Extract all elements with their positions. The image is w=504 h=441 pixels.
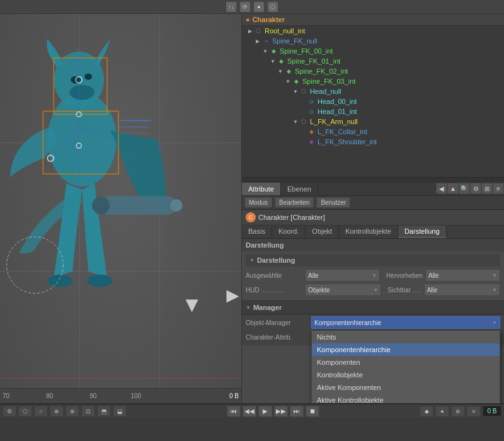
tree-item-head-null[interactable]: ▼ ⬡ Head_null — [242, 86, 504, 96]
skip-end-button[interactable]: ⏭ — [290, 406, 304, 417]
tree-label: Head_null — [310, 88, 341, 95]
viewport[interactable]: 70 80 90 100 0 B — [0, 14, 241, 403]
prev-frame-button[interactable]: ◀◀ — [243, 406, 256, 417]
sichtbar-select[interactable]: Alle ▼ — [424, 284, 500, 296]
benutzer-button[interactable]: Benutzer — [316, 197, 350, 208]
tree-arrow — [300, 98, 306, 105]
scene-tree[interactable]: ● Charakter ▶ ⬡ Root_null_int ▶ ꟷ Spine_… — [242, 14, 504, 178]
autokey-icon[interactable]: ⊛ — [451, 406, 465, 417]
search-icon[interactable]: 🔍 — [459, 183, 470, 194]
timeline: ⚙ ⬡ ○ ⊕ ⊗ ⊡ ⬒ ⬓ ⏮ ◀◀ ▶ ▶▶ ⏭ ⏹ ◆ ● ⊛ ≡ 0 … — [0, 403, 504, 441]
null-icon: ⬡ — [299, 117, 308, 126]
tree-item-spine-01[interactable]: ▼ ◆ Spine_FK_01_int — [242, 56, 504, 66]
modus-button[interactable]: Modus — [244, 197, 272, 208]
bearbeiten-button[interactable]: Bearbeiten — [275, 197, 314, 208]
scene-tree-header: ● Charakter — [242, 14, 504, 26]
dropdown-item-komponenten[interactable]: Komponenten — [312, 356, 500, 369]
tree-label: Head_01_int — [318, 108, 357, 115]
sub-tab-darstellung[interactable]: Darstellung — [398, 226, 447, 238]
dropdown-item-aktive-kontrollobjekte[interactable]: Aktive Kontrollobjekte — [312, 394, 500, 403]
rotate-icon[interactable]: ⟳ — [240, 2, 250, 12]
tree-label: Root_null_int — [265, 27, 305, 35]
main-area: 70 80 90 100 0 B ● Charakter ▶ ⬡ Root_nu… — [0, 14, 504, 403]
darstellung-title: Darstellung — [246, 241, 284, 249]
expand-icon[interactable]: ⊞ — [481, 183, 493, 194]
dropdown-item-nichts[interactable]: Nichts — [312, 331, 500, 343]
ruler-label-80: 80 — [46, 392, 53, 399]
move-icon[interactable]: ↑↓ — [226, 2, 236, 12]
darstellung-sub-title: Darstellung — [257, 256, 295, 264]
transport-icon-4[interactable]: ⊕ — [50, 406, 64, 417]
shoulder-icon: ◈ — [307, 137, 316, 146]
frame-value: 0 B — [229, 392, 239, 399]
transport-icon-2[interactable]: ⬡ — [18, 406, 32, 417]
form-row-ausgewahlte: Ausgewählte Alle ▼ Hervorheben Alle ▼ — [246, 269, 500, 282]
tree-hscroll[interactable] — [242, 178, 504, 183]
transport-icon-1[interactable]: ⚙ — [3, 406, 16, 417]
skip-start-button[interactable]: ⏮ — [227, 406, 241, 417]
hud-select[interactable]: Objekte ▼ — [305, 284, 381, 296]
transport-icon-8[interactable]: ⬓ — [113, 406, 127, 417]
manager-title: Manager — [253, 304, 282, 311]
tab-attribute[interactable]: Attribute — [242, 183, 281, 195]
arrow-up-icon[interactable]: ▲ — [447, 183, 459, 194]
attr-toolbar: Modus Bearbeiten Benutzer — [242, 196, 504, 210]
hervorheben-select[interactable]: Alle ▼ — [425, 269, 500, 282]
tree-item-head-00[interactable]: ◇ Head_00_int — [242, 96, 504, 106]
tab-ebenen[interactable]: Ebenen — [281, 183, 318, 195]
more-icon[interactable]: ≡ — [493, 183, 504, 194]
settings2-icon[interactable]: ≡ — [467, 406, 481, 417]
dropdown-item-kontrollobjekte[interactable]: Kontrollobjekte — [312, 369, 500, 381]
tree-item-spine-03[interactable]: ▼ ◆ Spine_FK_03_int — [242, 76, 504, 86]
dropdown-item-komponentenhierarchie[interactable]: Komponentenhierarchie — [312, 343, 500, 356]
tree-item-collar[interactable]: ◈ L_FK_Collar_int — [242, 127, 504, 137]
svg-point-3 — [84, 74, 92, 80]
tree-item-shoulder[interactable]: ◈ L_FK_Shoulder_int — [242, 137, 504, 147]
record-icon[interactable]: ● — [254, 2, 264, 12]
play-button[interactable]: ▶ — [258, 406, 272, 417]
tree-item-head-01[interactable]: ◇ Head_01_int — [242, 106, 504, 117]
ausgewahlte-select[interactable]: Alle ▼ — [305, 269, 380, 282]
stop-button[interactable]: ⏹ — [306, 406, 319, 417]
tree-item-arm-null[interactable]: ▼ ⬡ L_FK_Arm_null — [242, 117, 504, 127]
tree-item-spine-00[interactable]: ▼ ◆ Spine_FK_00_int — [242, 46, 504, 56]
null-icon: ⬡ — [299, 87, 308, 96]
sub-tab-koord[interactable]: Koord. — [272, 226, 306, 238]
spine-icon: ◆ — [284, 67, 293, 76]
sub-tab-bar: Basis Koord. Objekt Kontrollobjekte Dars… — [242, 226, 504, 239]
dropdown-item-aktive-komponenten[interactable]: Aktive Komponenten — [312, 381, 500, 394]
object-header: C Charakter [Charakter] — [242, 210, 504, 226]
next-frame-button[interactable]: ▶▶ — [274, 406, 288, 417]
svg-marker-20 — [186, 300, 198, 312]
ruler-label-70: 70 — [3, 392, 9, 399]
tree-item-spine-02[interactable]: ▼ ◆ Spine_FK_02_int — [242, 66, 504, 76]
viewport-ruler: 70 80 90 100 0 B — [0, 388, 241, 403]
tree-arrow — [300, 139, 306, 145]
form-row-hud: HUD ............. Objekte ▼ Sichtbar ...… — [246, 284, 500, 296]
svg-point-11 — [170, 199, 183, 212]
hud-label: HUD ............. — [246, 287, 302, 294]
objekt-manager-dropdown[interactable]: Nichts Komponentenhierarchie Komponenten… — [311, 330, 500, 403]
tree-label: L_FK_Collar_int — [318, 128, 367, 135]
objekt-manager-value: Komponentenhierarchie — [314, 319, 381, 326]
sub-tab-objekt[interactable]: Objekt — [306, 226, 339, 238]
transport-icon-6[interactable]: ⊡ — [81, 406, 95, 417]
arrow-left-icon[interactable]: ◀ — [436, 183, 447, 194]
sub-tab-kontrollobjekte[interactable]: Kontrollobjekte — [339, 226, 398, 238]
tree-item-root[interactable]: ▶ ⬡ Root_null_int — [242, 26, 504, 36]
shape-icon[interactable]: ⬡ — [268, 2, 278, 12]
transport-icon-5[interactable]: ⊗ — [66, 406, 79, 417]
settings-icon[interactable]: ⚙ — [470, 183, 481, 194]
tree-item-spine-null[interactable]: ▶ ꟷ Spine_FK_null — [242, 36, 504, 46]
record-icon-btn[interactable]: ● — [435, 406, 449, 417]
manager-section: ▼ Manager Objekt-Manager Komponentenhier… — [242, 301, 504, 345]
objekt-manager-select[interactable]: Komponentenhierarchie ▼ — [311, 316, 500, 329]
transport-icon-3[interactable]: ○ — [34, 406, 48, 417]
viewport-bg — [0, 14, 241, 403]
sub-tab-basis[interactable]: Basis — [242, 226, 272, 238]
transport-icon-7[interactable]: ⬒ — [97, 406, 111, 417]
arm-icon: ◈ — [307, 127, 316, 136]
svg-point-5 — [47, 275, 72, 287]
keyframe-icon[interactable]: ◆ — [420, 406, 433, 417]
objekt-manager-dropdown-container: Komponentenhierarchie ▼ Nichts Komponent… — [311, 316, 500, 329]
